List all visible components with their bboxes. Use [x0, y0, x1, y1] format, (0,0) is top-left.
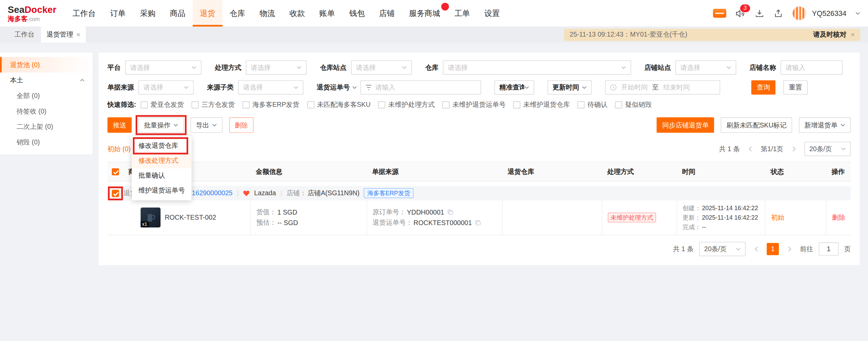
nav-item-logistics[interactable]: 物流	[252, 0, 282, 26]
main-panel: 平台 请选择 处理方式 请选择 仓库站点 请选择	[99, 53, 860, 265]
push-button[interactable]: 推送	[107, 117, 132, 133]
nav-item-warehouse[interactable]: 仓库	[222, 0, 252, 26]
refresh-unmatched-sku-button[interactable]: 刷新未匹配SKU标记	[721, 117, 792, 133]
quick-filter-unmatched-sku[interactable]: 未匹配海多客SKU	[307, 100, 371, 110]
sidebar-item-destroy[interactable]: 销毁 (0)	[0, 135, 93, 150]
avatar[interactable]	[792, 6, 806, 20]
announcement-icon[interactable]: 3	[735, 8, 746, 19]
copy-icon[interactable]	[448, 209, 454, 215]
product-image[interactable]: x1	[140, 207, 160, 227]
nav-item-products[interactable]: 商品	[163, 0, 193, 26]
card-icon[interactable]	[713, 9, 726, 18]
process-type-select[interactable]: 请选择	[246, 60, 307, 75]
shop-site-select[interactable]: 请选择	[675, 60, 736, 75]
current-page-button[interactable]: 1	[767, 243, 779, 255]
nav-item-bills[interactable]: 账单	[312, 0, 342, 26]
quick-filter-erp-delivery[interactable]: 海多客ERP发货	[242, 100, 299, 110]
close-icon[interactable]: ×	[76, 31, 80, 39]
tab-workbench[interactable]: 工作台	[8, 30, 41, 39]
nav-item-returns[interactable]: 退货	[193, 0, 222, 26]
menu-item-modify-warehouse[interactable]: 修改退货仓库	[132, 138, 192, 153]
menu-item-batch-confirm[interactable]: 批量确认	[132, 168, 192, 183]
source-select[interactable]: 请选择	[138, 80, 194, 95]
date-range-picker[interactable]: 开始时间 至 结束时间	[605, 80, 720, 95]
sidebar-item-relist[interactable]: 二次上架 (0)	[0, 119, 93, 135]
chevron-down-icon	[621, 66, 626, 69]
time-field-select[interactable]: 更新时间	[548, 80, 592, 95]
nav-item-collection[interactable]: 收款	[282, 0, 312, 26]
prev-page-icon[interactable]	[751, 244, 761, 254]
chevron-down-icon	[726, 66, 731, 69]
menu-item-modify-process[interactable]: 修改处理方式	[132, 153, 192, 168]
nav-item-service-mall[interactable]: 服务商城	[402, 0, 447, 26]
quick-filter-aiya-delivery[interactable]: 爱亚仓发货	[141, 100, 184, 110]
sidebar-item-pending-receive[interactable]: 待签收 (0)	[0, 103, 93, 119]
waybill-input[interactable]: 请输入	[360, 80, 481, 95]
page-size-select[interactable]: 20条/页	[699, 242, 746, 256]
column-header-source: 单据来源	[367, 167, 502, 176]
page-indicator: 第1/1页	[761, 144, 783, 154]
select-all-checkbox[interactable]	[112, 168, 119, 175]
export-button[interactable]: 导出	[191, 117, 223, 133]
row-checkbox[interactable]	[112, 189, 119, 197]
precise-query-select[interactable]: 精准查询	[494, 80, 534, 95]
prev-page-icon[interactable]	[745, 144, 755, 154]
sidebar-group-local[interactable]: 本土	[0, 73, 93, 88]
warehouse-site-select[interactable]: 请选择	[351, 60, 412, 75]
nav-item-tickets[interactable]: 工单	[447, 0, 477, 26]
chevron-down-icon	[293, 86, 298, 89]
sync-shop-returns-button[interactable]: 同步店铺退货单	[657, 117, 714, 133]
quick-filter-third-party-delivery[interactable]: 三方仓发货	[192, 100, 235, 110]
next-page-icon[interactable]	[784, 244, 794, 254]
username: YQ526334	[812, 9, 847, 17]
add-return-order-button[interactable]: 新增退货单	[799, 117, 851, 133]
warehouse-select[interactable]: 请选择	[443, 60, 631, 75]
upload-icon[interactable]	[773, 8, 783, 18]
nav-item-wallet[interactable]: 钱包	[342, 0, 372, 26]
platform-select[interactable]: 请选择	[125, 60, 201, 75]
chevron-right-icon	[792, 146, 796, 152]
chevron-down-icon	[212, 123, 217, 127]
delete-button[interactable]: 删除	[229, 117, 254, 133]
tab-return-management[interactable]: 退货管理 ×	[41, 26, 86, 42]
select-placeholder: 请选择	[448, 63, 468, 72]
quick-filter-pending-confirm[interactable]: 待确认	[577, 100, 607, 110]
brand-logo[interactable]: SeaDocker 海多客.com	[8, 5, 56, 22]
select-value: 20条/页	[704, 244, 727, 254]
reset-button[interactable]: 重置	[783, 80, 808, 95]
nav-item-shops[interactable]: 店铺	[372, 0, 402, 26]
menu-item-maintain-waybill[interactable]: 维护退货运单号	[132, 183, 192, 198]
sidebar-item-all[interactable]: 全部 (0)	[0, 88, 93, 104]
quick-filter-label: 未匹配海多客SKU	[317, 100, 371, 110]
copy-icon[interactable]	[475, 220, 481, 226]
quick-filter-suspected-destroy[interactable]: 疑似销毁	[615, 100, 652, 110]
quick-filter-no-process-type[interactable]: 未维护处理方式	[378, 100, 435, 110]
checkbox-icon	[442, 101, 450, 108]
search-button[interactable]: 查询	[751, 80, 776, 95]
filter-precise: 精准查询	[494, 80, 534, 95]
goto-page-input[interactable]	[819, 242, 839, 256]
shop-name-input[interactable]: 请输入	[781, 60, 843, 75]
page-size-select[interactable]: 20条/页	[804, 142, 851, 156]
delete-row-link[interactable]: 删除	[832, 213, 845, 222]
next-page-icon[interactable]	[789, 144, 799, 154]
source-subtype-select[interactable]: 请选择	[238, 80, 303, 95]
quick-filter-no-waybill[interactable]: 未维护退货运单号	[442, 100, 506, 110]
app-root: SeaDocker 海多客.com 工作台 订单 采购 商品 退货 仓库 物流 …	[0, 0, 868, 341]
brand-docker: Docker	[24, 4, 56, 15]
filter-label: 来源子类	[207, 83, 234, 92]
nav-item-workbench[interactable]: 工作台	[65, 0, 103, 26]
nav-item-purchase[interactable]: 采购	[133, 0, 163, 26]
sidebar-item-return-pool[interactable]: 退货池 (0)	[0, 57, 93, 73]
batch-operation-button[interactable]: 批量操作	[138, 117, 184, 133]
user-menu-caret[interactable]	[855, 12, 860, 15]
tab-status-initial[interactable]: 初始 (0)	[107, 144, 131, 154]
close-icon[interactable]: ×	[851, 31, 854, 39]
waybill-field-select[interactable]: 退货运单号	[317, 83, 357, 92]
nav-item-settings[interactable]: 设置	[477, 0, 507, 26]
nav-item-orders[interactable]: 订单	[103, 0, 133, 26]
download-icon[interactable]	[754, 8, 764, 18]
quick-filter-no-warehouse[interactable]: 未维护退货仓库	[513, 100, 570, 110]
menu-item-label: 修改退货仓库	[138, 142, 178, 149]
value-amount: 1 SGD	[277, 208, 297, 216]
